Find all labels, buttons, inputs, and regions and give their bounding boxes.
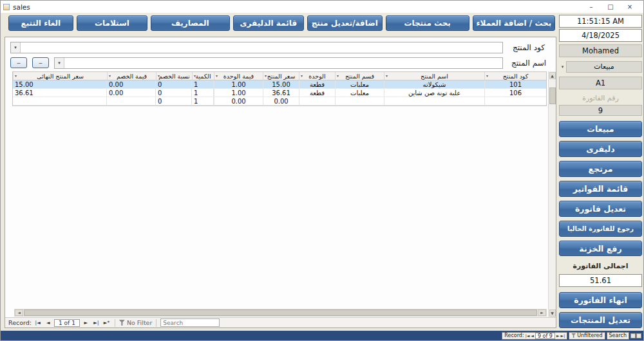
toolbar-button-search-add-customers[interactable]: بحث / اضافة العملاء <box>473 15 555 31</box>
scroll-up-icon[interactable]: ▲ <box>549 72 556 79</box>
product-action-button-2[interactable]: – <box>10 57 27 68</box>
finish-invoice-button[interactable]: انهاء الفاتورة <box>559 292 642 308</box>
cell-discount-percent[interactable]: 0 <box>156 97 192 106</box>
cell-product-code[interactable]: 101 <box>484 80 546 89</box>
edit-products-button[interactable]: تعديل المنتجات <box>559 312 642 328</box>
cell-product-price[interactable]: 15.00 <box>263 80 299 89</box>
column-header-discount-percent[interactable]: ▾نسبة الخصم <box>156 72 192 80</box>
close-button[interactable]: × <box>620 3 639 10</box>
cell-product-category[interactable]: معلبات <box>335 80 384 89</box>
cell-product-price[interactable]: 0.00 <box>263 97 299 106</box>
cell-unit-value[interactable]: 0.00 <box>214 97 263 106</box>
minimize-button[interactable]: – <box>582 3 601 10</box>
cell-discount-value[interactable]: 0.00 <box>107 89 156 97</box>
scroll-down-icon[interactable]: ▼ <box>549 309 556 317</box>
maximize-button[interactable]: □ <box>601 3 620 10</box>
cell-quantity[interactable]: 1 <box>192 80 214 89</box>
chevron-down-icon[interactable]: ▾ <box>11 42 21 53</box>
vertical-scrollbar-thumb[interactable] <box>549 88 556 104</box>
previous-record-button[interactable]: ◄ <box>531 333 534 338</box>
filter-arrow-icon: ▾ <box>158 74 160 78</box>
cell-product-name[interactable]: علبة تونة صن شاين <box>384 89 484 97</box>
cell-quantity[interactable]: 1 <box>192 89 214 97</box>
cell-unit[interactable] <box>299 97 335 106</box>
invoice-entry-controls: كود المنتج ▾ اسم المنتج ▾ – – <box>5 37 556 71</box>
form-view-icon[interactable] <box>630 333 636 338</box>
cell-quantity[interactable]: 1 <box>192 97 214 106</box>
column-header-product-category[interactable]: ▾قسم المنتج <box>335 72 384 80</box>
cell-discount-percent[interactable]: 0 <box>156 89 192 97</box>
toolbar-button-search-products[interactable]: بحث منتجات <box>386 15 469 31</box>
top-toolbar: بحث / اضافة العملاء بحث منتجات اضافة/تعد… <box>8 15 555 31</box>
product-name-input[interactable] <box>64 58 502 68</box>
cell-final-price[interactable]: 36.61 <box>13 89 107 97</box>
next-record-button[interactable]: ► <box>556 333 560 338</box>
layout-view-icon[interactable] <box>636 333 641 338</box>
cell-product-name[interactable]: شيكولاته <box>384 80 484 89</box>
no-filter-button[interactable]: No Filter <box>119 319 152 326</box>
first-record-button[interactable]: |◄ <box>526 333 530 338</box>
return-to-current-invoice-button[interactable]: رجوع للفاتورة الحاليا <box>559 221 642 237</box>
invoice-list-button[interactable]: قائمة الفواتير <box>559 181 642 197</box>
scroll-left-icon[interactable]: ◄ <box>15 309 23 316</box>
cell-unit-value[interactable]: 1.00 <box>214 89 263 97</box>
cell-product-code[interactable] <box>484 97 546 106</box>
column-header-product-code[interactable]: ▾كود المنتج <box>484 72 546 80</box>
column-header-unit-value[interactable]: ▾قيمة الوحدة <box>214 72 263 80</box>
toolbar-button-receipts[interactable]: استلامات <box>77 15 148 31</box>
cell-final-price[interactable] <box>13 97 107 106</box>
returns-button[interactable]: مرتجع <box>559 161 642 177</box>
delivery-button[interactable]: دليفرى <box>559 141 642 157</box>
column-header-product-name[interactable]: ▾اسم المنتج <box>384 72 484 80</box>
product-code-input[interactable] <box>21 42 502 53</box>
toolbar-button-expenses[interactable]: المصاريف <box>151 15 229 31</box>
column-header-discount-value[interactable]: ▾قيمة الخصم <box>107 72 156 80</box>
statusbar-search-button[interactable]: Search <box>607 332 629 340</box>
chevron-down-icon[interactable]: ▾ <box>55 58 64 68</box>
cell-unit[interactable]: قطعة <box>299 80 335 89</box>
previous-record-button[interactable]: ◄ <box>44 320 52 326</box>
product-action-button-1[interactable]: – <box>32 57 49 68</box>
horizontal-scrollbar[interactable]: ◄ ► <box>14 309 547 317</box>
last-record-button[interactable]: ►| <box>92 320 100 326</box>
record-position-box[interactable]: 9 of 9 <box>535 333 555 339</box>
column-header-product-price[interactable]: ▾سعر المنتج <box>263 72 299 80</box>
cell-discount-percent[interactable]: 0 <box>156 80 192 89</box>
record-position-box[interactable]: 1 of 1 <box>54 319 80 327</box>
mode-combobox[interactable]: ▾ مبيعات <box>559 61 642 73</box>
column-header-unit[interactable]: ▾الوحدة <box>299 72 335 80</box>
sales-button[interactable]: مبيعات <box>559 121 642 137</box>
column-header-final-price[interactable]: ▾سعر المنتج النهائى <box>13 72 107 80</box>
toolbar-button-cancel-tracking[interactable]: الغاء التتبع <box>8 15 73 31</box>
edit-invoice-button[interactable]: تعديل فاتورة <box>559 201 642 217</box>
vertical-scrollbar[interactable]: ▲ ▼ <box>548 71 556 317</box>
horizontal-scrollbar-thumb[interactable] <box>24 309 537 316</box>
cell-product-code[interactable]: 106 <box>484 89 546 97</box>
cell-product-price[interactable]: 36.61 <box>263 89 299 97</box>
column-header-quantity[interactable]: ▾الكمية <box>192 72 214 80</box>
cell-final-price[interactable]: 15.00 <box>13 80 107 89</box>
cell-discount-value[interactable]: 0.00 <box>107 80 156 89</box>
column-header-label: قيمة الخصم <box>117 73 147 80</box>
statusbar-filter-toggle[interactable]: Unfiltered <box>569 332 605 340</box>
open-cash-drawer-button[interactable]: رفع الخزنة <box>559 241 642 257</box>
last-record-button[interactable]: ►| <box>561 333 565 338</box>
scroll-right-icon[interactable]: ► <box>538 309 546 316</box>
cell-product-category[interactable] <box>335 97 384 106</box>
cell-unit[interactable]: قطعة <box>299 89 335 97</box>
cell-unit-value[interactable]: 1.00 <box>214 80 263 89</box>
view-switcher[interactable] <box>630 333 641 338</box>
toolbar-button-add-edit-product[interactable]: اضافة/تعديل منتج <box>307 15 382 31</box>
table-row: 106 علبة تونة صن شاين معلبات قطعة 36.61 … <box>13 89 546 97</box>
cell-product-category[interactable]: معلبات <box>335 89 384 97</box>
record-search-input[interactable] <box>160 318 220 327</box>
cell-product-name[interactable] <box>384 97 484 106</box>
first-record-button[interactable]: |◄ <box>33 320 42 326</box>
new-record-button[interactable]: ►* <box>102 320 111 326</box>
cell-discount-value[interactable] <box>107 97 156 106</box>
invoice-total-label: اجمالى الفاتورة <box>559 261 642 272</box>
toolbar-button-delivery-list[interactable]: قائمة الدليفرى <box>233 15 305 31</box>
invoice-number-display: 9 <box>559 105 642 116</box>
filter-funnel-icon <box>119 320 125 326</box>
next-record-button[interactable]: ► <box>82 320 90 326</box>
